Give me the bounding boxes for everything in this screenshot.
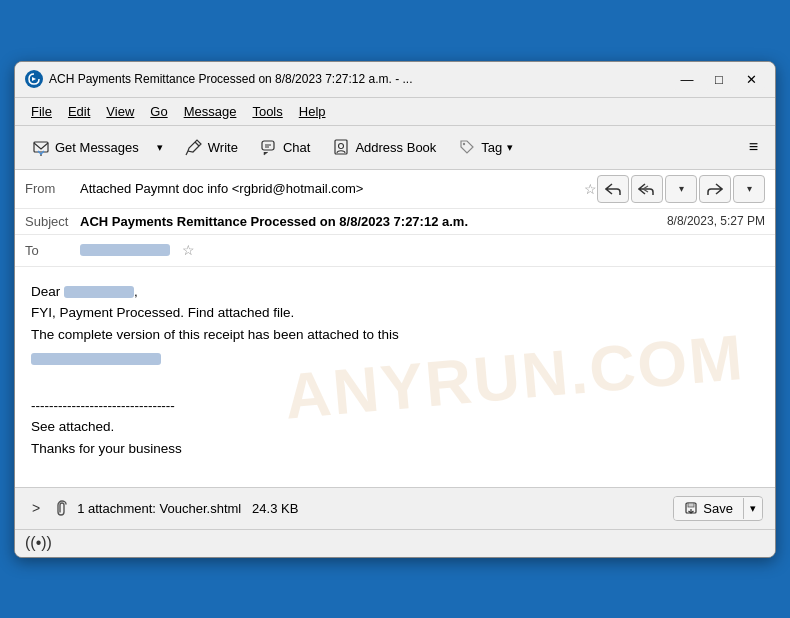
address-book-button[interactable]: Address Book (323, 133, 445, 161)
maximize-button[interactable]: □ (705, 68, 733, 90)
from-row: From Attached Paymnt doc info <rgbrid@ho… (15, 170, 775, 209)
title-bar: ACH Payments Remittance Processed on 8/8… (15, 62, 775, 98)
body-line4: See attached. (31, 419, 114, 434)
forward-icon (707, 182, 723, 196)
reply-buttons: ▾ ▾ (597, 175, 765, 203)
address-book-icon (332, 138, 350, 156)
window-title: ACH Payments Remittance Processed on 8/8… (49, 72, 665, 86)
body-line2: FYI, Payment Processed. Find attached fi… (31, 305, 294, 320)
body-line3: The complete version of this receipt has… (31, 327, 399, 342)
save-attachment-button[interactable]: Save ▾ (673, 496, 763, 521)
from-label: From (25, 181, 80, 196)
get-messages-dropdown[interactable]: ▾ (152, 136, 172, 159)
subject-row: Subject ACH Payments Remittance Processe… (15, 209, 775, 235)
salutation-dear: Dear (31, 284, 64, 299)
body-line5: Thanks for your business (31, 441, 182, 456)
to-star-icon[interactable]: ☆ (182, 242, 195, 258)
to-value-blurred (80, 244, 170, 256)
minimize-button[interactable]: — (673, 68, 701, 90)
menu-bar: File Edit View Go Message Tools Help (15, 98, 775, 126)
write-button[interactable]: Write (176, 133, 247, 161)
from-value: Attached Paymnt doc info <rgbrid@hotmail… (80, 181, 578, 196)
menu-tools[interactable]: Tools (244, 102, 290, 121)
write-icon (185, 138, 203, 156)
status-bar: ((•)) (15, 529, 775, 557)
star-icon[interactable]: ☆ (584, 181, 597, 197)
reply-dropdown-button[interactable]: ▾ (665, 175, 697, 203)
attachment-bar: > 1 attachment: Voucher.shtml 24.3 KB Sa… (15, 487, 775, 529)
forward-button[interactable] (699, 175, 731, 203)
app-icon (25, 70, 43, 88)
forward-dropdown-button[interactable]: ▾ (733, 175, 765, 203)
svg-line-4 (186, 151, 188, 155)
body-divider: -------------------------------- (31, 398, 175, 413)
menu-file[interactable]: File (23, 102, 60, 121)
menu-view[interactable]: View (98, 102, 142, 121)
save-icon (684, 501, 698, 515)
tag-dropdown-icon: ▾ (507, 141, 513, 154)
get-messages-icon (32, 138, 50, 156)
svg-rect-12 (688, 503, 694, 507)
get-messages-button[interactable]: Get Messages (23, 133, 148, 161)
to-label: To (25, 243, 80, 258)
body-blurred-block (31, 353, 161, 365)
reply-all-button[interactable] (631, 175, 663, 203)
email-date: 8/8/2023, 5:27 PM (667, 214, 765, 228)
email-body: ANYRUN.COM Dear , FYI, Payment Processed… (15, 267, 775, 487)
menu-go[interactable]: Go (142, 102, 175, 121)
chevron-down-icon: ▾ (747, 183, 752, 194)
tag-icon (458, 138, 476, 156)
toolbar: Get Messages ▾ Write Chat (15, 126, 775, 170)
main-window: ACH Payments Remittance Processed on 8/8… (14, 61, 776, 558)
menu-help[interactable]: Help (291, 102, 334, 121)
chevron-down-icon: ▾ (679, 183, 684, 194)
window-controls: — □ ✕ (673, 68, 765, 90)
paperclip-icon (53, 500, 69, 516)
tag-button[interactable]: Tag ▾ (449, 133, 522, 161)
menu-edit[interactable]: Edit (60, 102, 98, 121)
attachment-info: 1 attachment: Voucher.shtml 24.3 KB (77, 501, 665, 516)
attachment-toggle[interactable]: > (27, 497, 45, 519)
reply-all-icon (638, 182, 656, 196)
chevron-down-icon: ▾ (157, 141, 163, 154)
svg-point-9 (339, 144, 344, 149)
wifi-icon: ((•)) (25, 534, 52, 552)
menu-message[interactable]: Message (176, 102, 245, 121)
svg-line-3 (195, 142, 199, 146)
chat-icon (260, 138, 278, 156)
close-button[interactable]: ✕ (737, 68, 765, 90)
reply-button[interactable] (597, 175, 629, 203)
svg-point-10 (463, 143, 465, 145)
body-content: Dear , FYI, Payment Processed. Find atta… (31, 281, 759, 460)
hamburger-menu-button[interactable]: ≡ (740, 133, 767, 161)
chat-button[interactable]: Chat (251, 133, 319, 161)
reply-icon (605, 182, 621, 196)
recipient-blurred (64, 286, 134, 298)
save-dropdown-button[interactable]: ▾ (743, 498, 762, 519)
save-main-button[interactable]: Save (674, 497, 743, 520)
to-row: To ☆ (15, 235, 775, 267)
subject-label: Subject (25, 214, 80, 229)
svg-rect-1 (34, 142, 48, 152)
subject-value: ACH Payments Remittance Processed on 8/8… (80, 214, 657, 229)
